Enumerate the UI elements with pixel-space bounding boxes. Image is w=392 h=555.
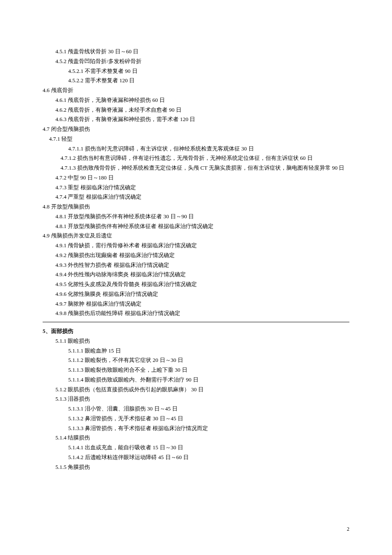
text-line: 4.5.2.1 不需手术整复者 90 日 (68, 66, 349, 76)
document-page: 4.5.1 颅盖骨线状骨折 30 日～60 日4.5.2 颅盖骨凹陷骨折/多发粉… (0, 0, 392, 555)
text-line: 5.1.1 眼睑损伤 (55, 336, 349, 346)
section-divider (43, 322, 349, 322)
text-line: 4.5.2 颅盖骨凹陷骨折/多发粉碎骨折 (55, 57, 349, 66)
text-line: 4.8.1 开放型颅脑损伤伴有神经系统体征者 根据临床治疗情况确定 (55, 222, 349, 231)
text-line: 4.6 颅底骨折 (43, 86, 349, 95)
text-line: 5.1.1.4 眼睑损伤致或眼睑内、外翻需行手术治疗 90 日 (68, 375, 349, 385)
text-line: 4.9.6 化脓性脑膜炎 根据临床治疗情况确定 (55, 289, 349, 299)
text-line: 4.6.1 颅底骨折，无脑脊液漏和神经损伤 60 日 (55, 95, 349, 105)
text-line: 4.9.5 化脓性头皮感染及颅骨骨髓炎 根据临床治疗情况确定 (55, 280, 349, 289)
text-line: 4.6.2 颅底骨折，有脑脊液漏，未经手术自愈者 90 日 (55, 105, 349, 115)
text-line: 5.1.3.3 鼻泪管损伤，有手术指征者 根据临床治疗情况而定 (68, 424, 349, 434)
text-line: 4.7 闭合型颅脑损伤 (43, 124, 349, 134)
text-line: 4.7.2 中型 90 日～180 日 (55, 173, 349, 183)
text-line: 4.9.8 颅脑损伤后功能性障碍 根据临床治疗情况确定 (55, 309, 349, 318)
text-line: 4.7.4 严重型 根据临床治疗情况确定 (55, 192, 349, 202)
text-line: 4.8 开放型颅脑损伤 (43, 202, 349, 212)
text-line: 4.9 颅脑损伤并发症及后遗症 (43, 231, 349, 241)
text-line: 5.1.3.1 泪小管、泪囊、泪腺损伤 30 日～45 日 (68, 404, 349, 414)
text-line: 5.1.4.1 出血或充血，能自行吸收者 15 日～30 日 (68, 443, 349, 453)
text-line: 4.7.3 重型 根据临床治疗情况确定 (55, 183, 349, 193)
text-line: 5.1.3 泪器损伤 (55, 394, 349, 404)
text-line: 4.9.4 外伤性颈内动脉海绵窦炎 根据临床治疗情况确定 (55, 270, 349, 280)
text-line: 4.9.7 脑脓肿 根据临床治疗情况确定 (55, 299, 349, 309)
text-line: 4.7.1.3 损伤致颅骨骨折，神经系统检查无定位体征，头颅 CT 无脑实质损害… (38, 163, 349, 173)
text-line: 4.5.2.2 需手术整复者 120 日 (68, 76, 349, 86)
text-line: 5.1.1.3 眼睑裂伤致眼睑闭合不全，上睑下垂 30 日 (68, 365, 349, 375)
page-number: 2 (347, 525, 349, 534)
text-line: 5.1.4 结膜损伤 (55, 433, 349, 443)
text-line: 5.1.2 眼肌损伤（包括直接损伤或外伤引起的眼肌麻痹） 30 日 (55, 385, 349, 395)
text-line: 4.9.2 颅脑损伤出现癫痫者 根据临床治疗情况确定 (55, 251, 349, 260)
text-line: 4.8.1 开放型颅脑损伤不伴有神经系统体征者 30 日～90 日 (55, 212, 349, 222)
text-line: 4.7.1.1 损伤当时无意识障碍，有主诉症状，但神经系统检查无客观体征 30 … (68, 144, 349, 154)
text-line: 4.6.3 颅底骨折，有脑脊液漏和神经损伤，需手术者 120 日 (55, 115, 349, 124)
text-line: 4.7.1.2 损伤当时有意识障碍，伴有逆行性遗忘，无颅骨骨折，无神经系统定位体… (38, 153, 349, 163)
text-line: 5.1.5 角膜损伤 (55, 462, 349, 472)
text-line: 4.9.1 颅骨缺损，需行颅骨修补术者 根据临床治疗情况确定 (55, 241, 349, 251)
text-line: 4.9.3 外伤性智力损伤者 根据临床治疗情况确定 (55, 260, 349, 270)
section-heading-5: 5、面部损伤 (43, 327, 349, 336)
text-line: 5.1.4.2 后遗睑球粘连伴眼球运动障碍 45 日～60 日 (68, 453, 349, 462)
text-line: 5.1.1.1 眼睑血肿 15 日 (68, 346, 349, 356)
text-line: 4.7.1 轻型 (49, 134, 349, 144)
text-line: 5.1.1.2 眼睑裂伤，不伴有其它症状 20 日～30 日 (68, 356, 349, 365)
text-line: 4.5.1 颅盖骨线状骨折 30 日～60 日 (55, 47, 349, 57)
text-line: 5.1.3.2 鼻泪管损伤，无手术指征者 30 日～45 日 (68, 414, 349, 424)
